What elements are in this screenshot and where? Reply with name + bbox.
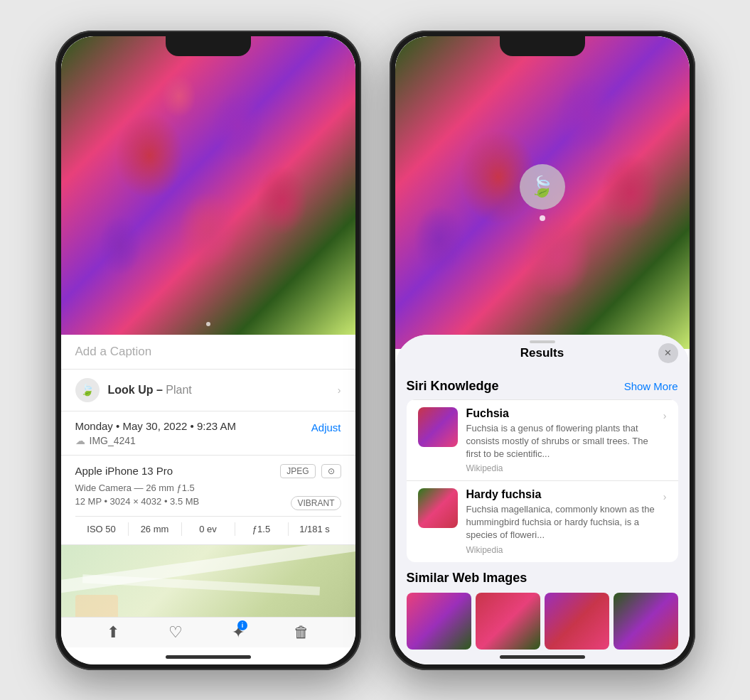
caption-placeholder: Add a Caption <box>75 345 152 358</box>
phone2-screen: 🍃 Results ✕ Siri <box>395 36 690 664</box>
hardy-thumbnail <box>418 488 458 528</box>
knowledge-item-fuchsia[interactable]: Fuchsia Fuchsia is a genus of flowering … <box>407 399 678 481</box>
similar-image-2[interactable] <box>476 593 540 650</box>
phone-2: 🍃 Results ✕ Siri <box>390 31 695 670</box>
hardy-name: Hardy fuchsia <box>466 488 655 501</box>
notch-2 <box>500 36 585 56</box>
flower-photo-2[interactable]: 🍃 <box>395 36 690 349</box>
camera-settings-icon: ⊙ <box>321 464 341 478</box>
fuchsia-content: Fuchsia Fuchsia is a genus of flowering … <box>466 407 655 474</box>
similar-section: Similar Web Images <box>395 571 690 650</box>
iso-value: ISO 50 <box>75 522 129 536</box>
focal-value: 26 mm <box>129 522 182 536</box>
results-header: Results ✕ <box>395 335 690 369</box>
adjust-button[interactable]: Adjust <box>311 421 341 434</box>
lookup-label: Look Up – Plant <box>108 384 192 397</box>
lens-info: Wide Camera — 26 mm ƒ1.5 <box>75 483 341 493</box>
knowledge-item-hardy[interactable]: Hardy fuchsia Fuchsia magellanica, commo… <box>407 480 678 562</box>
delete-button[interactable]: 🗑 <box>294 623 309 642</box>
siri-dot <box>540 215 545 221</box>
siri-knowledge-title: Siri Knowledge <box>407 379 499 394</box>
metadata-section: Monday • May 30, 2022 • 9:23 AM Adjust ☁… <box>61 411 355 456</box>
home-indicator-2 <box>500 655 585 659</box>
info-button[interactable]: ✦ i <box>232 623 245 642</box>
exif-row: ISO 50 26 mm 0 ev ƒ1.5 1/181 s <box>75 516 341 536</box>
fuchsia-source: Wikipedia <box>466 463 655 473</box>
hardy-description: Fuchsia magellanica, commonly known as t… <box>466 503 655 542</box>
show-more-button[interactable]: Show More <box>624 380 678 392</box>
hardy-content: Hardy fuchsia Fuchsia magellanica, commo… <box>466 488 655 555</box>
lookup-row[interactable]: 🍃 Look Up – Plant › <box>61 370 355 411</box>
results-panel: Results ✕ Siri Knowledge Show More <box>395 335 690 664</box>
siri-knowledge-section: Fuchsia Fuchsia is a genus of flowering … <box>407 399 678 562</box>
camera-section: Apple iPhone 13 Pro JPEG ⊙ Wide Camera —… <box>61 456 355 545</box>
siri-recognition-button[interactable]: 🍃 <box>520 164 565 210</box>
siri-leaf-icon: 🍃 <box>530 175 555 198</box>
drag-handle[interactable] <box>530 340 555 343</box>
filename-row: ☁ IMG_4241 <box>75 435 341 446</box>
fuchsia-chevron-icon: › <box>663 410 667 421</box>
caption-area[interactable]: Add a Caption <box>61 335 355 370</box>
cloud-icon: ☁ <box>75 435 85 446</box>
share-button[interactable]: ⬆ <box>107 623 119 642</box>
format-badge: JPEG <box>280 464 315 478</box>
resolution-info: 12 MP • 3024 × 4032 • 3.5 MB <box>75 496 200 507</box>
like-button[interactable]: ♡ <box>168 623 183 642</box>
aperture-value: ƒ1.5 <box>235 522 289 536</box>
hardy-source: Wikipedia <box>466 545 655 555</box>
flower-photo-1[interactable] <box>61 36 355 335</box>
similar-title: Similar Web Images <box>407 571 678 586</box>
results-title: Results <box>520 346 564 360</box>
similar-image-1[interactable] <box>407 593 471 650</box>
similar-image-4[interactable] <box>614 593 678 650</box>
phone-1: Add a Caption 🍃 Look Up – Plant › Monday… <box>55 31 361 670</box>
close-button[interactable]: ✕ <box>658 343 678 363</box>
siri-knowledge-header: Siri Knowledge Show More <box>395 369 690 399</box>
phone1-screen: Add a Caption 🍃 Look Up – Plant › Monday… <box>61 36 355 664</box>
fuchsia-name: Fuchsia <box>466 407 655 420</box>
fuchsia-thumbnail <box>418 407 458 447</box>
vibrant-badge: VIBRANT <box>291 496 341 510</box>
bottom-toolbar: ⬆ ♡ ✦ i 🗑 <box>61 617 355 647</box>
camera-model: Apple iPhone 13 Pro <box>75 465 173 477</box>
photo-date: Monday • May 30, 2022 • 9:23 AM <box>75 420 236 432</box>
similar-image-3[interactable] <box>545 593 609 650</box>
shutter-value: 1/181 s <box>289 522 341 536</box>
ev-value: 0 ev <box>182 522 235 536</box>
home-indicator-1 <box>166 655 251 659</box>
hardy-chevron-icon: › <box>663 491 667 502</box>
fuchsia-description: Fuchsia is a genus of flowering plants t… <box>466 422 655 461</box>
page-dot-1 <box>206 322 210 326</box>
chevron-right-icon: › <box>338 384 341 396</box>
similar-images-grid <box>407 593 678 650</box>
leaf-icon: 🍃 <box>75 378 100 402</box>
notch-1 <box>166 36 251 56</box>
